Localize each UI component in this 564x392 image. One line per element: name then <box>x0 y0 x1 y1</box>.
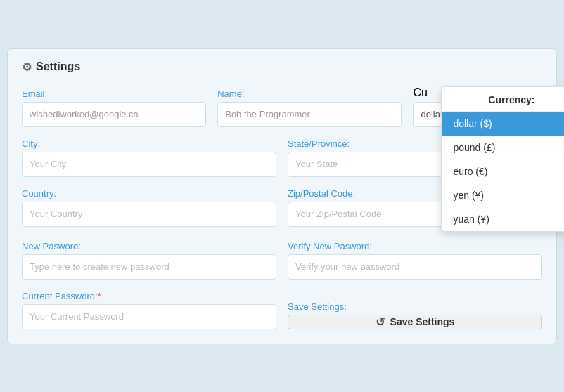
name-input[interactable] <box>217 102 402 127</box>
currency-option-yuan[interactable]: yuan (¥) <box>442 207 564 231</box>
panel-title-text: Settings <box>36 60 80 73</box>
row-password: New Pasword: Verify New Pasword: <box>22 241 542 280</box>
new-password-group: New Pasword: <box>22 241 276 280</box>
save-group: Save Settings: ↺ Save Settings <box>288 301 542 329</box>
email-input[interactable] <box>22 102 206 127</box>
new-password-label: New Pasword: <box>22 241 276 251</box>
save-icon: ↺ <box>376 315 385 329</box>
email-label: Email: <box>22 89 206 99</box>
country-label: Country: <box>22 188 276 199</box>
verify-password-group: Verify New Pasword: <box>288 241 542 280</box>
city-label: City: <box>22 138 276 149</box>
currency-option-pound[interactable]: pound (£) <box>442 136 564 159</box>
row-email-name: Email: Name: Cu dollar ($) ❯ Currency: d… <box>22 86 542 127</box>
current-password-input[interactable] <box>22 304 276 329</box>
city-input[interactable] <box>22 152 276 177</box>
verify-password-label: Verify New Pasword: <box>288 241 542 251</box>
settings-panel: ⚙ Settings Email: Name: Cu dollar ($) ❯ <box>7 48 557 344</box>
name-group: Name: <box>217 89 402 127</box>
city-group: City: <box>22 138 276 177</box>
new-password-input[interactable] <box>22 254 276 280</box>
save-label: Save Settings: <box>288 301 542 312</box>
name-label: Name: <box>217 89 402 99</box>
save-settings-button[interactable]: ↺ Save Settings <box>288 315 542 329</box>
currency-option-yen[interactable]: yen (¥) <box>442 183 564 207</box>
required-star: * <box>98 291 101 301</box>
current-password-label: Current Password:* <box>22 291 276 301</box>
currency-group: Cu dollar ($) ❯ Currency: dollar ($) pou… <box>413 86 542 127</box>
country-input[interactable] <box>22 202 276 227</box>
currency-option-dollar[interactable]: dollar ($) <box>442 112 564 136</box>
country-group: Country: <box>22 188 276 227</box>
currency-option-euro[interactable]: euro (€) <box>442 159 564 183</box>
panel-title: ⚙ Settings <box>22 60 542 74</box>
row-current-save: Current Password:* Save Settings: ↺ Save… <box>22 291 542 329</box>
verify-password-input[interactable] <box>288 254 542 280</box>
current-password-group: Current Password:* <box>22 291 276 329</box>
gear-icon: ⚙ <box>22 60 32 74</box>
currency-dropdown-title: Currency: <box>442 87 564 112</box>
email-group: Email: <box>22 89 206 127</box>
save-button-label: Save Settings <box>390 316 455 327</box>
currency-dropdown: Currency: dollar ($) pound (£) euro (€) … <box>441 86 564 232</box>
